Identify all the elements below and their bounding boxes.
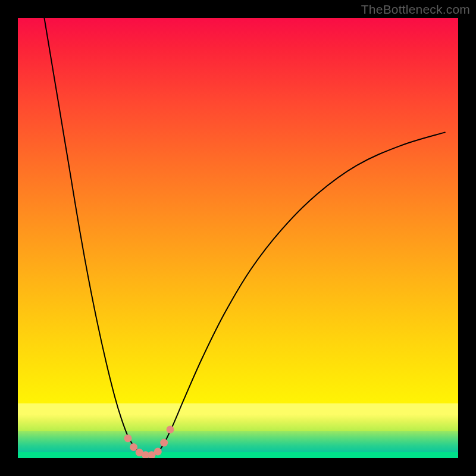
valley-marker (160, 439, 168, 447)
curve-svg (18, 18, 458, 458)
curve-group (44, 18, 444, 456)
curve-right-branch (156, 132, 445, 453)
valley-marker (154, 447, 162, 455)
valley-marker (167, 425, 174, 433)
valley-marker (124, 434, 132, 442)
chart-frame: TheBottleneck.com (0, 0, 476, 476)
curve-left-branch (44, 18, 141, 454)
plot-area (18, 18, 458, 458)
watermark-text: TheBottleneck.com (361, 2, 470, 17)
valley-marker (130, 443, 137, 451)
